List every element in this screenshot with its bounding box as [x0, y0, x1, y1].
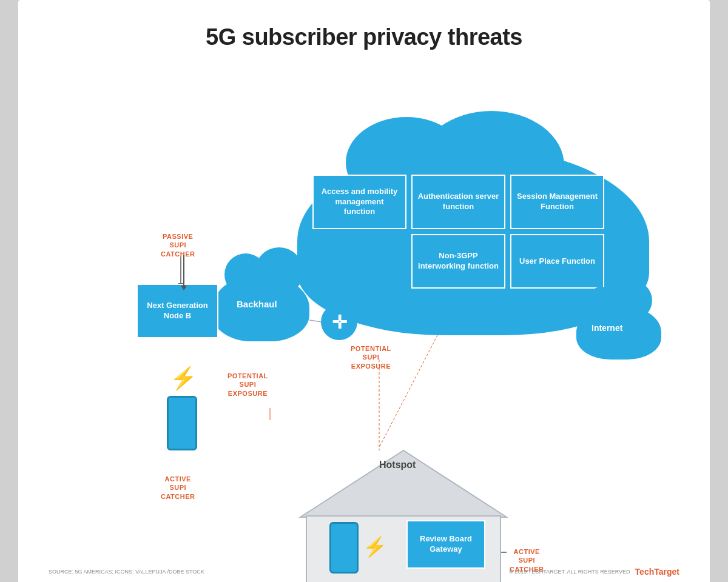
amf-box: Access and mobility management function	[312, 175, 406, 229]
diagram: Access and mobility management function …	[49, 69, 679, 566]
passive-supi-label: PASSIVESUPICATCHER	[161, 232, 195, 258]
footer-copyright: © 2019 TECHTARGET. ALL RIGHTS RESERVED	[509, 569, 630, 575]
arrow-cross-icon: ✛	[321, 304, 357, 340]
mobile-phone-bottom	[329, 522, 359, 574]
lightning-bolt-top: ⚡	[170, 366, 197, 391]
page-title: 5G subscriber privacy threats	[49, 24, 679, 50]
upf-box: User Place Function	[510, 234, 604, 289]
potential-exposure-label-1: POTENTIALSUPIEXPOSURE	[228, 372, 268, 398]
internet-label: Internet	[592, 323, 622, 333]
footer-right: © 2019 TECHTARGET. ALL RIGHTS RESERVED T…	[509, 567, 679, 577]
active-supi-catcher-label-top: ACTIVESUPICATCHER	[161, 475, 195, 501]
hotspot-label: Hotspot	[379, 460, 416, 470]
svg-line-2	[309, 320, 322, 322]
backhaul-label: Backhaul	[237, 299, 277, 309]
passive-supi-arrow	[181, 255, 187, 290]
gnb-box: Next Generation Node B	[136, 284, 218, 338]
potential-exposure-label-2: POTENTIALSUPIEXPOSURE	[351, 344, 391, 370]
main-card: 5G subscriber privacy threats	[18, 0, 710, 582]
mobile-phone-top	[167, 396, 197, 450]
footer: SOURCE: 5G AMERICAS; ICONS: VALLEPUJA /D…	[49, 567, 679, 577]
footer-source: SOURCE: 5G AMERICAS; ICONS: VALLEPUJA /D…	[49, 569, 204, 575]
techtarget-logo: TechTarget	[635, 567, 679, 577]
n3gpp-box: Non-3GPP interworking function	[411, 234, 505, 289]
ausf-box: Authentication server function	[411, 175, 505, 229]
smf-box: Session Management Function	[510, 175, 604, 229]
lightning-bolt-bottom: ⚡	[363, 535, 387, 558]
review-board-gateway-box: Review Board Gateway	[406, 520, 485, 569]
